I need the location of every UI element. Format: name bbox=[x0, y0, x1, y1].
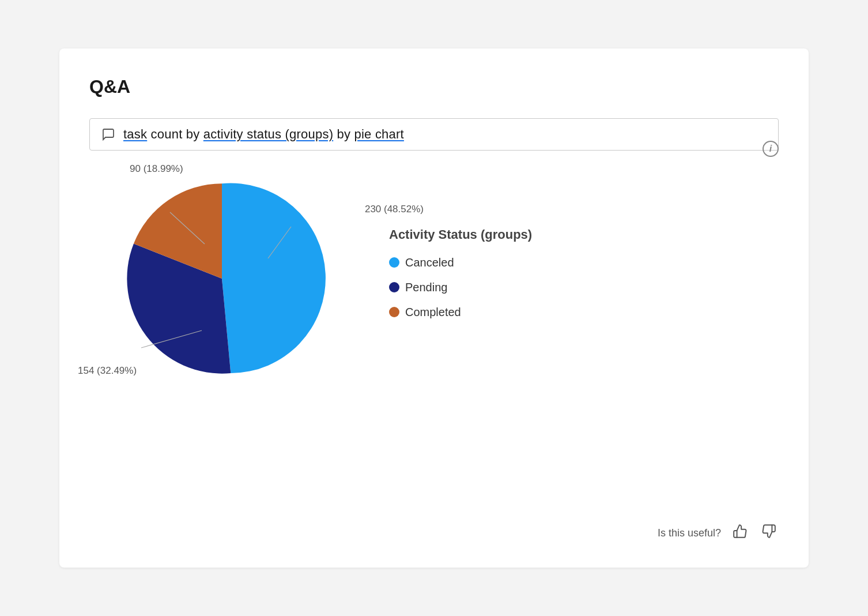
footer: Is this useful? bbox=[658, 521, 779, 544]
legend-label-completed: Completed bbox=[405, 306, 461, 319]
query-word-task: task bbox=[123, 127, 147, 141]
legend-dot-pending bbox=[389, 282, 399, 292]
chart-legend: Activity Status (groups) Canceled Pendin… bbox=[389, 227, 532, 330]
pie-chart-svg bbox=[112, 169, 331, 388]
page-title: Q&A bbox=[89, 76, 779, 97]
legend-label-pending: Pending bbox=[405, 281, 447, 294]
pie-chart-container: 90 (18.99%) 230 (48.52%) 154 (32.49%) bbox=[112, 169, 331, 388]
legend-dot-canceled bbox=[389, 257, 399, 268]
legend-title: Activity Status (groups) bbox=[389, 227, 532, 242]
legend-item-completed: Completed bbox=[389, 306, 532, 319]
legend-item-canceled: Canceled bbox=[389, 256, 532, 269]
useful-text: Is this useful? bbox=[658, 527, 721, 539]
thumbs-down-icon bbox=[761, 524, 776, 539]
thumbs-up-icon bbox=[733, 524, 748, 539]
legend-dot-completed bbox=[389, 307, 399, 317]
chart-section: 90 (18.99%) 230 (48.52%) 154 (32.49%) bbox=[89, 169, 779, 388]
query-word-pie-chart: pie chart bbox=[354, 127, 404, 141]
qa-card: Q&A task count by activity status (group… bbox=[59, 48, 809, 568]
search-bar[interactable]: task count by activity status (groups) b… bbox=[89, 118, 779, 151]
query-word-activity-status: activity status (groups) bbox=[203, 127, 333, 141]
label-canceled: 230 (48.52%) bbox=[365, 204, 424, 215]
legend-label-canceled: Canceled bbox=[405, 256, 454, 269]
label-completed: 90 (18.99%) bbox=[130, 163, 183, 175]
legend-item-pending: Pending bbox=[389, 281, 532, 294]
info-icon[interactable]: i bbox=[763, 141, 779, 157]
thumbs-down-button[interactable] bbox=[759, 521, 779, 544]
search-query-text: task count by activity status (groups) b… bbox=[123, 127, 404, 142]
chat-icon bbox=[101, 127, 115, 141]
slice-canceled[interactable] bbox=[222, 183, 326, 373]
label-pending: 154 (32.49%) bbox=[78, 365, 137, 377]
thumbs-up-button[interactable] bbox=[730, 521, 750, 544]
info-icon-wrap[interactable]: i bbox=[763, 141, 779, 157]
